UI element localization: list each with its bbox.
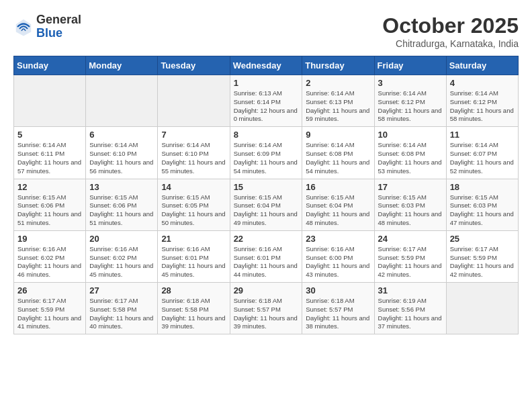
logo-general: General bbox=[36, 13, 81, 26]
calendar-cell bbox=[86, 75, 158, 127]
calendar-cell: 27Sunrise: 6:17 AMSunset: 5:58 PMDayligh… bbox=[86, 283, 158, 334]
day-info: Sunrise: 6:15 AMSunset: 6:04 PMDaylight:… bbox=[306, 193, 370, 228]
day-info: Sunrise: 6:15 AMSunset: 6:03 PMDaylight:… bbox=[378, 193, 443, 228]
calendar-cell: 6Sunrise: 6:14 AMSunset: 6:10 PMDaylight… bbox=[86, 127, 158, 179]
calendar-header-saturday: Saturday bbox=[446, 56, 518, 75]
calendar-cell: 19Sunrise: 6:16 AMSunset: 6:02 PMDayligh… bbox=[14, 230, 86, 282]
calendar-header-monday: Monday bbox=[86, 56, 158, 75]
calendar-cell: 16Sunrise: 6:15 AMSunset: 6:04 PMDayligh… bbox=[302, 179, 374, 230]
calendar-cell: 24Sunrise: 6:17 AMSunset: 5:59 PMDayligh… bbox=[374, 230, 446, 282]
day-info: Sunrise: 6:15 AMSunset: 6:04 PMDaylight:… bbox=[234, 193, 299, 228]
calendar-cell: 10Sunrise: 6:14 AMSunset: 6:08 PMDayligh… bbox=[374, 127, 446, 179]
calendar-cell: 26Sunrise: 6:17 AMSunset: 5:59 PMDayligh… bbox=[14, 283, 86, 334]
day-number: 15 bbox=[234, 182, 299, 192]
calendar-week-row: 5Sunrise: 6:14 AMSunset: 6:11 PMDaylight… bbox=[14, 127, 519, 179]
day-number: 31 bbox=[378, 285, 443, 295]
day-number: 4 bbox=[450, 78, 515, 88]
day-info: Sunrise: 6:14 AMSunset: 6:13 PMDaylight:… bbox=[306, 89, 370, 124]
day-info: Sunrise: 6:18 AMSunset: 5:58 PMDaylight:… bbox=[161, 297, 226, 331]
day-info: Sunrise: 6:15 AMSunset: 6:06 PMDaylight:… bbox=[17, 193, 82, 228]
calendar-cell: 15Sunrise: 6:15 AMSunset: 6:04 PMDayligh… bbox=[230, 179, 302, 230]
calendar-cell: 4Sunrise: 6:14 AMSunset: 6:12 PMDaylight… bbox=[446, 75, 518, 127]
day-info: Sunrise: 6:17 AMSunset: 5:58 PMDaylight:… bbox=[89, 297, 154, 331]
day-number: 12 bbox=[17, 182, 82, 192]
day-info: Sunrise: 6:18 AMSunset: 5:57 PMDaylight:… bbox=[234, 297, 299, 331]
day-info: Sunrise: 6:16 AMSunset: 6:00 PMDaylight:… bbox=[306, 245, 370, 279]
calendar-header-row: SundayMondayTuesdayWednesdayThursdayFrid… bbox=[14, 56, 519, 75]
month-title: October 2025 bbox=[382, 13, 519, 38]
day-info: Sunrise: 6:14 AMSunset: 6:11 PMDaylight:… bbox=[17, 141, 82, 175]
day-number: 23 bbox=[306, 234, 370, 244]
day-number: 17 bbox=[378, 182, 443, 192]
day-info: Sunrise: 6:15 AMSunset: 6:03 PMDaylight:… bbox=[450, 193, 515, 228]
calendar-week-row: 1Sunrise: 6:13 AMSunset: 6:14 PMDaylight… bbox=[14, 75, 519, 127]
calendar-cell: 12Sunrise: 6:15 AMSunset: 6:06 PMDayligh… bbox=[14, 179, 86, 230]
day-number: 16 bbox=[306, 182, 370, 192]
calendar-cell: 21Sunrise: 6:16 AMSunset: 6:01 PMDayligh… bbox=[158, 230, 230, 282]
day-number: 14 bbox=[161, 182, 226, 192]
day-info: Sunrise: 6:14 AMSunset: 6:10 PMDaylight:… bbox=[161, 141, 226, 175]
calendar-cell: 22Sunrise: 6:16 AMSunset: 6:01 PMDayligh… bbox=[230, 230, 302, 282]
logo: General Blue bbox=[13, 13, 81, 40]
day-number: 29 bbox=[234, 285, 299, 295]
day-number: 22 bbox=[234, 234, 299, 244]
logo-blue: Blue bbox=[36, 26, 62, 40]
calendar-week-row: 12Sunrise: 6:15 AMSunset: 6:06 PMDayligh… bbox=[14, 179, 519, 230]
calendar-cell: 14Sunrise: 6:15 AMSunset: 6:05 PMDayligh… bbox=[158, 179, 230, 230]
day-info: Sunrise: 6:14 AMSunset: 6:08 PMDaylight:… bbox=[306, 141, 370, 175]
day-info: Sunrise: 6:14 AMSunset: 6:12 PMDaylight:… bbox=[450, 89, 515, 124]
day-info: Sunrise: 6:14 AMSunset: 6:09 PMDaylight:… bbox=[234, 141, 299, 175]
day-number: 27 bbox=[89, 285, 154, 295]
day-info: Sunrise: 6:16 AMSunset: 6:02 PMDaylight:… bbox=[17, 245, 82, 279]
day-number: 9 bbox=[306, 130, 370, 140]
calendar-cell: 8Sunrise: 6:14 AMSunset: 6:09 PMDaylight… bbox=[230, 127, 302, 179]
calendar-cell: 7Sunrise: 6:14 AMSunset: 6:10 PMDaylight… bbox=[158, 127, 230, 179]
day-number: 3 bbox=[378, 78, 443, 88]
calendar-week-row: 26Sunrise: 6:17 AMSunset: 5:59 PMDayligh… bbox=[14, 283, 519, 334]
calendar-cell bbox=[446, 283, 518, 334]
day-info: Sunrise: 6:17 AMSunset: 5:59 PMDaylight:… bbox=[450, 245, 515, 279]
calendar-header-tuesday: Tuesday bbox=[158, 56, 230, 75]
day-number: 5 bbox=[17, 130, 82, 140]
calendar-table: SundayMondayTuesdayWednesdayThursdayFrid… bbox=[13, 56, 519, 334]
calendar-cell: 20Sunrise: 6:16 AMSunset: 6:02 PMDayligh… bbox=[86, 230, 158, 282]
day-number: 10 bbox=[378, 130, 443, 140]
day-number: 18 bbox=[450, 182, 515, 192]
day-number: 6 bbox=[89, 130, 154, 140]
calendar-cell: 18Sunrise: 6:15 AMSunset: 6:03 PMDayligh… bbox=[446, 179, 518, 230]
day-info: Sunrise: 6:19 AMSunset: 5:56 PMDaylight:… bbox=[378, 297, 443, 331]
day-info: Sunrise: 6:13 AMSunset: 6:14 PMDaylight:… bbox=[234, 89, 299, 124]
calendar-cell: 11Sunrise: 6:14 AMSunset: 6:07 PMDayligh… bbox=[446, 127, 518, 179]
calendar-cell: 5Sunrise: 6:14 AMSunset: 6:11 PMDaylight… bbox=[14, 127, 86, 179]
day-info: Sunrise: 6:14 AMSunset: 6:10 PMDaylight:… bbox=[89, 141, 154, 175]
day-info: Sunrise: 6:17 AMSunset: 5:59 PMDaylight:… bbox=[378, 245, 443, 279]
day-info: Sunrise: 6:14 AMSunset: 6:12 PMDaylight:… bbox=[378, 89, 443, 124]
calendar-cell bbox=[14, 75, 86, 127]
day-info: Sunrise: 6:18 AMSunset: 5:57 PMDaylight:… bbox=[306, 297, 370, 331]
location: Chitradurga, Karnataka, India bbox=[382, 38, 519, 49]
day-info: Sunrise: 6:16 AMSunset: 6:01 PMDaylight:… bbox=[234, 245, 299, 279]
day-number: 2 bbox=[306, 78, 370, 88]
day-number: 21 bbox=[161, 234, 226, 244]
calendar-cell: 23Sunrise: 6:16 AMSunset: 6:00 PMDayligh… bbox=[302, 230, 374, 282]
calendar-cell: 31Sunrise: 6:19 AMSunset: 5:56 PMDayligh… bbox=[374, 283, 446, 334]
day-info: Sunrise: 6:14 AMSunset: 6:07 PMDaylight:… bbox=[450, 141, 515, 175]
calendar-header-wednesday: Wednesday bbox=[230, 56, 302, 75]
calendar-cell: 17Sunrise: 6:15 AMSunset: 6:03 PMDayligh… bbox=[374, 179, 446, 230]
calendar-cell: 30Sunrise: 6:18 AMSunset: 5:57 PMDayligh… bbox=[302, 283, 374, 334]
day-info: Sunrise: 6:16 AMSunset: 6:02 PMDaylight:… bbox=[89, 245, 154, 279]
calendar-cell: 28Sunrise: 6:18 AMSunset: 5:58 PMDayligh… bbox=[158, 283, 230, 334]
title-section: October 2025 Chitradurga, Karnataka, Ind… bbox=[382, 13, 519, 49]
day-number: 11 bbox=[450, 130, 515, 140]
day-info: Sunrise: 6:16 AMSunset: 6:01 PMDaylight:… bbox=[161, 245, 226, 279]
day-number: 25 bbox=[450, 234, 515, 244]
day-number: 28 bbox=[161, 285, 226, 295]
day-number: 20 bbox=[89, 234, 154, 244]
calendar-header-thursday: Thursday bbox=[302, 56, 374, 75]
day-number: 13 bbox=[89, 182, 154, 192]
day-info: Sunrise: 6:15 AMSunset: 6:06 PMDaylight:… bbox=[89, 193, 154, 228]
calendar-cell: 1Sunrise: 6:13 AMSunset: 6:14 PMDaylight… bbox=[230, 75, 302, 127]
day-info: Sunrise: 6:17 AMSunset: 5:59 PMDaylight:… bbox=[17, 297, 82, 331]
calendar-week-row: 19Sunrise: 6:16 AMSunset: 6:02 PMDayligh… bbox=[14, 230, 519, 282]
calendar-cell: 29Sunrise: 6:18 AMSunset: 5:57 PMDayligh… bbox=[230, 283, 302, 334]
